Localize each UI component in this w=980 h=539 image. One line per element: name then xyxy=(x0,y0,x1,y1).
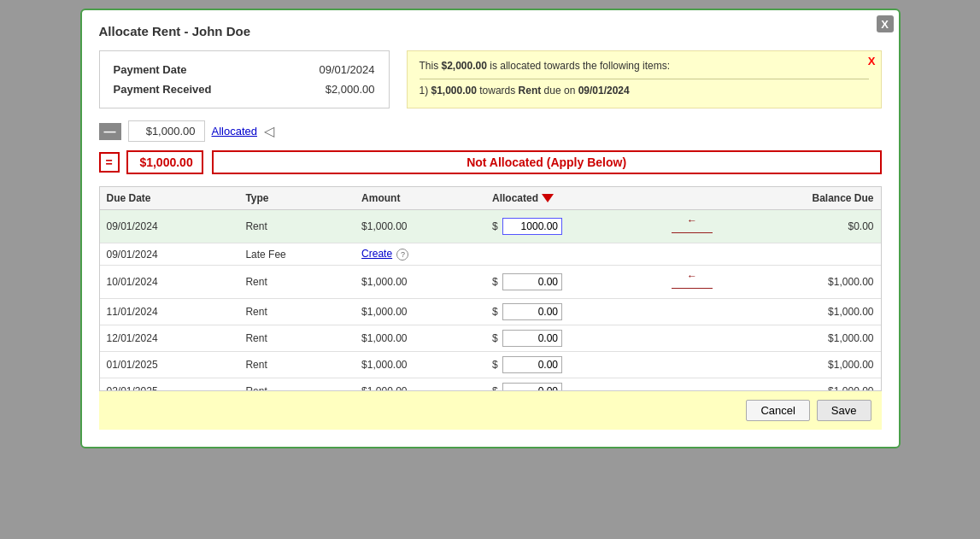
cell-type: Rent xyxy=(238,266,355,299)
dollar-sign: $ xyxy=(492,220,498,232)
table-section: Due Date Type Amount Allocated xyxy=(99,186,882,391)
allocated-input[interactable] xyxy=(502,273,562,290)
page-background: X Allocate Rent - John Doe Payment Date … xyxy=(0,0,980,539)
dollar-sign: $ xyxy=(492,385,498,391)
payment-received-row: Payment Received $2,000.00 xyxy=(114,79,375,99)
cell-balance-due: $1,000.00 xyxy=(719,266,881,299)
cell-allocated xyxy=(485,243,665,266)
dollar-sign: $ xyxy=(492,332,498,344)
cell-arrow xyxy=(665,352,719,378)
cell-balance-due: $1,000.00 xyxy=(719,378,881,392)
dollar-sign: $ xyxy=(492,276,498,288)
minus-icon: — xyxy=(99,123,121,140)
col-header-balance-due: Balance Due xyxy=(719,187,881,210)
cell-allocated: $ xyxy=(485,210,665,243)
cell-due-date: 02/01/2025 xyxy=(100,378,239,392)
arrow-left-indicator: ←———— xyxy=(672,270,713,294)
payment-received-value: $2,000.00 xyxy=(326,83,375,96)
table-row: 02/01/2025 Rent $1,000.00 $ $1,000.00 xyxy=(100,378,881,392)
cell-balance-due: $1,000.00 xyxy=(719,352,881,378)
cell-allocated: $ xyxy=(485,266,665,299)
col-header-amount: Amount xyxy=(355,187,485,210)
table-row: 12/01/2024 Rent $1,000.00 $ $1,000.00 xyxy=(100,325,881,352)
notice-close-button[interactable]: X xyxy=(868,55,876,67)
cell-due-date: 01/01/2025 xyxy=(100,352,239,378)
cell-type: Rent xyxy=(238,352,355,378)
cell-allocated: $ xyxy=(485,325,665,352)
cell-arrow xyxy=(665,299,719,325)
left-arrow-icon: ◁ xyxy=(264,123,274,139)
cell-arrow xyxy=(665,243,719,266)
table-row: 11/01/2024 Rent $1,000.00 $ $1,000.00 xyxy=(100,299,881,325)
summary-amount: $1,000.00 xyxy=(128,120,205,142)
cancel-button[interactable]: Cancel xyxy=(746,400,809,421)
not-allocated-amount: $1,000.00 xyxy=(126,150,203,174)
notice-item-1: 1) $1,000.00 towards Rent due on 09/01/2… xyxy=(420,79,869,97)
summary-box: — $1,000.00 Allocated ◁ xyxy=(99,120,274,142)
cell-type: Rent xyxy=(238,210,355,243)
cell-due-date: 09/01/2024 xyxy=(100,210,239,243)
notice-item-amount: $1,000.00 xyxy=(431,85,477,97)
table-row: 09/01/2024 Late Fee Create ? xyxy=(100,243,881,266)
modal-overlay: X Allocate Rent - John Doe Payment Date … xyxy=(0,0,980,539)
allocations-table: Due Date Type Amount Allocated xyxy=(100,187,881,391)
cell-amount: $1,000.00 xyxy=(355,352,485,378)
allocated-input[interactable] xyxy=(502,383,562,391)
cell-arrow: ←———— xyxy=(665,210,719,243)
notice-intro-text: This $2,000.00 is allocated towards the … xyxy=(420,60,869,72)
cell-amount: $1,000.00 xyxy=(355,299,485,325)
dollar-sign: $ xyxy=(492,306,498,318)
modal-close-button[interactable]: X xyxy=(877,15,894,32)
summary-row: — $1,000.00 Allocated ◁ xyxy=(99,120,882,142)
notice-amount: $2,000.00 xyxy=(442,60,487,72)
cell-arrow xyxy=(665,378,719,392)
cell-balance-due: $0.00 xyxy=(719,210,881,243)
cell-type: Rent xyxy=(238,299,355,325)
allocated-input[interactable] xyxy=(502,330,562,347)
table-row: 09/01/2024 Rent $1,000.00 $ ←———— xyxy=(100,210,881,243)
cell-amount: $1,000.00 xyxy=(355,266,485,299)
col-header-allocated: Allocated xyxy=(485,187,665,210)
dollar-sign: $ xyxy=(492,359,498,371)
allocated-link[interactable]: Allocated xyxy=(212,125,257,138)
not-allocated-row: = $1,000.00 Not Allocated (Apply Below) xyxy=(99,150,882,174)
notice-item-type: Rent xyxy=(519,85,542,97)
table-header: Due Date Type Amount Allocated xyxy=(100,187,881,210)
modal-title: Allocate Rent - John Doe xyxy=(99,24,882,38)
help-icon[interactable]: ? xyxy=(396,249,408,261)
cell-amount: $1,000.00 xyxy=(355,325,485,352)
cell-due-date: 09/01/2024 xyxy=(100,243,239,266)
cell-arrow xyxy=(665,325,719,352)
allocations-table-container: Due Date Type Amount Allocated xyxy=(99,186,882,391)
allocated-input[interactable] xyxy=(502,303,562,320)
cell-amount: Create ? xyxy=(355,243,485,266)
top-section: Payment Date 09/01/2024 Payment Received… xyxy=(99,50,882,108)
cell-allocated: $ xyxy=(485,299,665,325)
col-header-type: Type xyxy=(238,187,355,210)
table-row: 10/01/2024 Rent $1,000.00 $ ←———— xyxy=(100,266,881,299)
cell-type: Rent xyxy=(238,378,355,392)
payment-date-row: Payment Date 09/01/2024 xyxy=(114,60,375,79)
notice-item-date: 09/01/2024 xyxy=(578,85,630,97)
cell-amount: $1,000.00 xyxy=(355,378,485,392)
modal-footer: Cancel Save xyxy=(99,391,882,430)
cell-type: Late Fee xyxy=(238,243,355,266)
payment-date-value: 09/01/2024 xyxy=(319,63,374,76)
cell-balance-due xyxy=(719,243,881,266)
cell-type: Rent xyxy=(238,325,355,352)
cell-due-date: 10/01/2024 xyxy=(100,266,239,299)
cell-amount: $1,000.00 xyxy=(355,210,485,243)
modal-dialog: X Allocate Rent - John Doe Payment Date … xyxy=(80,9,901,448)
payment-received-label: Payment Received xyxy=(114,83,212,96)
cell-arrow: ←———— xyxy=(665,266,719,299)
allocated-input[interactable] xyxy=(502,356,562,373)
allocated-input[interactable] xyxy=(502,218,562,235)
cell-allocated: $ xyxy=(485,378,665,392)
payment-info-box: Payment Date 09/01/2024 Payment Received… xyxy=(99,50,390,108)
save-button[interactable]: Save xyxy=(817,400,871,421)
cell-balance-due: $1,000.00 xyxy=(719,325,881,352)
create-link[interactable]: Create xyxy=(361,248,392,260)
not-allocated-label: Not Allocated (Apply Below) xyxy=(212,150,882,174)
cell-due-date: 11/01/2024 xyxy=(100,299,239,325)
allocated-triangle-icon xyxy=(542,194,554,202)
